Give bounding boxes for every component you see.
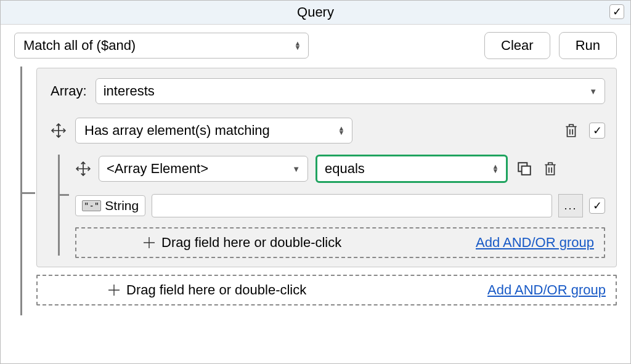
svg-rect-1 — [522, 166, 531, 175]
move-handle-icon[interactable] — [51, 123, 67, 139]
comparator-select[interactable]: equals ▲▼ — [316, 155, 508, 183]
drop-zone-outer[interactable]: Drag field here or double-click Add AND/… — [36, 275, 617, 305]
drop-zone-inner[interactable]: Drag field here or double-click Add AND/… — [75, 227, 605, 258]
match-mode-select[interactable]: Match all of ($and) ▲▼ — [14, 33, 309, 59]
enable-checkbox[interactable]: ✓ — [589, 123, 605, 139]
tree-line-tick — [58, 194, 69, 196]
array-label: Array: — [51, 83, 87, 99]
delete-button[interactable] — [541, 160, 560, 178]
enable-checkbox[interactable]: ✓ — [589, 198, 605, 214]
chevron-down-icon: ▼ — [292, 164, 300, 174]
chevron-down-icon: ▼ — [589, 87, 597, 96]
stepper-arrows-icon: ▲▼ — [337, 126, 346, 135]
value-input[interactable] — [152, 194, 552, 217]
clear-button[interactable]: Clear — [484, 32, 550, 59]
array-field-select[interactable]: interests ▼ — [96, 78, 605, 104]
array-element-field-select[interactable]: <Array Element> ▼ — [99, 156, 308, 182]
tree-line-inner — [58, 155, 60, 256]
add-group-link[interactable]: Add AND/OR group — [476, 235, 594, 251]
window-title: Query — [297, 4, 334, 20]
query-group: Array: interests ▼ Has array element(s) … — [36, 68, 617, 267]
stepper-arrows-icon: ▲▼ — [491, 164, 500, 173]
value-type-label: String — [105, 198, 139, 213]
drop-hint: Drag field here or double-click — [126, 282, 306, 298]
delete-button[interactable] — [562, 121, 580, 140]
plus-icon — [142, 235, 157, 250]
match-mode-label: Match all of ($and) — [23, 38, 136, 53]
value-options-button[interactable]: ... — [558, 194, 583, 217]
title-bar: Query ✓ — [1, 1, 630, 25]
toolbar: Match all of ($and) ▲▼ Clear Run — [1, 25, 630, 64]
copy-button[interactable] — [515, 160, 534, 178]
tree-line-tick — [20, 192, 35, 194]
operator-label: Has array element(s) matching — [84, 123, 270, 138]
tree-line — [20, 67, 22, 315]
array-element-field-label: <Array Element> — [107, 161, 208, 176]
comparator-label: equals — [325, 161, 365, 176]
value-type-badge[interactable]: "-" String — [75, 195, 145, 216]
string-icon: "-" — [82, 200, 101, 211]
stepper-arrows-icon: ▲▼ — [293, 41, 302, 50]
move-handle-icon[interactable] — [75, 161, 91, 177]
plus-icon — [107, 283, 121, 297]
run-button[interactable]: Run — [559, 32, 617, 59]
operator-select[interactable]: Has array element(s) matching ▲▼ — [75, 118, 352, 144]
drop-hint: Drag field here or double-click — [161, 235, 341, 251]
array-field-value: interests — [104, 83, 155, 99]
add-group-link[interactable]: Add AND/OR group — [487, 282, 606, 298]
enable-checkbox[interactable]: ✓ — [609, 4, 624, 19]
